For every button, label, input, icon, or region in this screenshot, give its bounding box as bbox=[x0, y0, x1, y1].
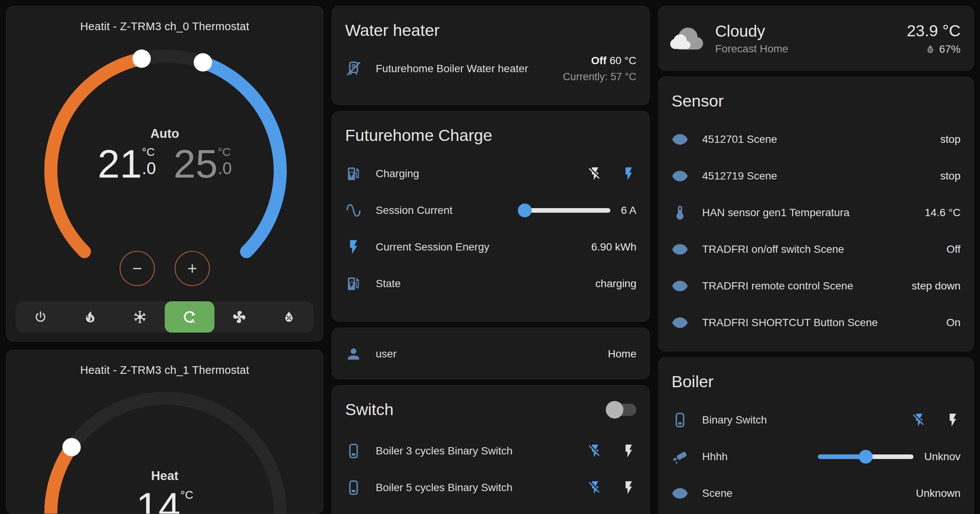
mode-fan-button[interactable] bbox=[214, 301, 264, 333]
switch-all-toggle[interactable] bbox=[607, 404, 636, 416]
thermostat-mode-label: Heat bbox=[6, 469, 323, 483]
cloudy-icon bbox=[672, 22, 704, 55]
ev-station-icon bbox=[345, 165, 362, 182]
water-heater-card: Water heater Futurehome Boiler Water hea… bbox=[332, 6, 650, 105]
hvac-mode-row bbox=[16, 301, 314, 333]
flash-off-icon[interactable] bbox=[587, 443, 603, 459]
scene-row[interactable]: Scene Unknown bbox=[672, 475, 961, 512]
water-percent-icon bbox=[925, 44, 936, 55]
thermostat-auto-icon bbox=[182, 310, 197, 324]
boiler-card: Boiler Binary Switch Hhhh Unkno bbox=[658, 357, 974, 514]
charge-card: Futurehome Charge Charging Session Curre… bbox=[332, 111, 650, 322]
flash-icon[interactable] bbox=[945, 412, 961, 428]
water-boiler-off-icon bbox=[345, 60, 362, 77]
thermostat-setpoints: 21 °C .0 25 °C .0 bbox=[6, 143, 323, 185]
mode-cool-button[interactable] bbox=[115, 301, 165, 333]
thermostat-card-ch1: Heatit - Z-TRM3 ch_1 Thermostat Heat 14 … bbox=[6, 350, 323, 514]
weather-humidity: 67% bbox=[907, 43, 961, 55]
sensor-row[interactable]: TRADFRI on/off switch Scene Off bbox=[672, 231, 961, 268]
thermostat-card-ch0: Heatit - Z-TRM3 ch_0 Thermostat Auto 21 … bbox=[6, 6, 323, 341]
switch-icon bbox=[672, 412, 688, 428]
state-row[interactable]: State charging bbox=[345, 265, 636, 302]
weather-subtitle: Forecast Home bbox=[715, 43, 907, 55]
flash-icon bbox=[345, 239, 362, 255]
mode-dry-button[interactable] bbox=[264, 301, 314, 333]
setpoint-steppers: − + bbox=[6, 251, 323, 286]
user-row[interactable]: user Home bbox=[345, 336, 636, 372]
thermometer-icon bbox=[672, 204, 688, 221]
eye-icon bbox=[672, 131, 688, 148]
card-title: Boiler bbox=[659, 358, 974, 391]
binary-switch-row[interactable]: Binary Switch bbox=[672, 402, 961, 438]
water-heater-row[interactable]: Futurehome Boiler Water heater Off 60 °C… bbox=[345, 50, 636, 87]
eye-icon bbox=[672, 278, 688, 294]
dial-thumb-low bbox=[133, 50, 151, 68]
increase-temp-button[interactable]: + bbox=[175, 251, 210, 286]
card-title: Futurehome Charge bbox=[332, 112, 649, 145]
snowflake-icon bbox=[133, 310, 147, 324]
setpoint-high: 25 °C .0 bbox=[174, 143, 232, 185]
flash-icon[interactable] bbox=[621, 443, 636, 459]
cctv-icon bbox=[672, 448, 688, 465]
sensor-row[interactable]: HAN sensor gen1 Temperatura 14.6 °C bbox=[672, 194, 961, 231]
flash-off-icon[interactable] bbox=[587, 166, 603, 181]
eye-icon bbox=[672, 241, 688, 258]
card-title: Sensor bbox=[659, 77, 974, 110]
water-percent-icon bbox=[282, 310, 296, 324]
session-current-slider[interactable] bbox=[519, 208, 610, 213]
eye-icon bbox=[672, 485, 688, 502]
sensor-card: Sensor 4512701 Scene stop 4512719 Scene … bbox=[658, 77, 974, 351]
boiler-3-cycles-row[interactable]: Boiler 3 cycles Binary Switch bbox=[345, 433, 636, 469]
card-title: Water heater bbox=[332, 6, 649, 40]
flash-off-icon[interactable] bbox=[587, 480, 603, 495]
account-icon bbox=[345, 346, 362, 362]
power-icon bbox=[33, 310, 48, 324]
dial-thumb-high bbox=[194, 53, 212, 71]
boiler-5-cycles-row[interactable]: Boiler 5 cycles Binary Switch bbox=[345, 469, 636, 506]
decrease-temp-button[interactable]: − bbox=[120, 251, 155, 286]
toggle-thumb[interactable] bbox=[606, 401, 623, 419]
thermostat-mode-label: Auto bbox=[6, 126, 323, 141]
flash-off-icon[interactable] bbox=[912, 412, 927, 428]
weather-card[interactable]: Cloudy Forecast Home 23.9 °C 67% bbox=[658, 6, 974, 71]
eye-icon bbox=[672, 314, 688, 331]
mode-heat-button[interactable] bbox=[65, 301, 115, 333]
slider-thumb[interactable] bbox=[518, 204, 532, 217]
entity-name: Futurehome Boiler Water heater bbox=[376, 63, 563, 75]
hhhh-row: Hhhh Unknov bbox=[672, 438, 961, 475]
switch-icon bbox=[345, 443, 362, 459]
water-heater-state: Off 60 °C bbox=[591, 55, 636, 66]
weather-condition: Cloudy bbox=[715, 22, 907, 40]
sensor-row[interactable]: 4512719 Scene stop bbox=[672, 158, 961, 194]
flash-icon[interactable] bbox=[621, 166, 636, 181]
mode-off-button[interactable] bbox=[16, 301, 65, 333]
switch-card: Switch Boiler 3 cycles Binary Switch Boi… bbox=[332, 385, 650, 514]
setpoint-low: 21 °C .0 bbox=[98, 143, 156, 185]
fire-icon bbox=[83, 310, 97, 324]
hhhh-slider[interactable] bbox=[818, 454, 913, 459]
slider-thumb[interactable] bbox=[859, 450, 873, 464]
flash-icon[interactable] bbox=[621, 480, 636, 495]
dial-thumb bbox=[62, 438, 81, 456]
session-energy-row[interactable]: Current Session Energy 6.90 kWh bbox=[345, 229, 636, 265]
column-middle: Water heater Futurehome Boiler Water hea… bbox=[332, 6, 650, 508]
dashboard: Heatit - Z-TRM3 ch_0 Thermostat Auto 21 … bbox=[0, 0, 980, 514]
eye-icon bbox=[672, 168, 688, 184]
thermostat-setpoint: 14 °C bbox=[6, 486, 323, 514]
fan-icon bbox=[232, 310, 247, 324]
user-card: user Home bbox=[332, 328, 650, 379]
sine-wave-icon bbox=[345, 202, 362, 219]
sensor-row[interactable]: TRADFRI remote control Scene step down bbox=[672, 268, 961, 304]
switch-icon bbox=[345, 479, 362, 496]
column-right: Cloudy Forecast Home 23.9 °C 67% Sensor … bbox=[658, 6, 974, 508]
weather-temperature: 23.9 °C bbox=[907, 22, 961, 40]
ev-station-icon bbox=[345, 275, 362, 292]
mode-auto-button[interactable] bbox=[165, 301, 214, 333]
sensor-row[interactable]: 4512701 Scene stop bbox=[672, 121, 961, 158]
column-left: Heatit - Z-TRM3 ch_0 Thermostat Auto 21 … bbox=[6, 6, 323, 508]
card-title: Switch bbox=[345, 400, 394, 419]
charging-row[interactable]: Charging bbox=[345, 155, 636, 192]
sensor-row[interactable]: TRADFRI SHORTCUT Button Scene On bbox=[672, 304, 961, 341]
session-current-row: Session Current 6 A bbox=[345, 192, 636, 229]
water-heater-current-temp: Currently: 57 °C bbox=[563, 71, 636, 82]
